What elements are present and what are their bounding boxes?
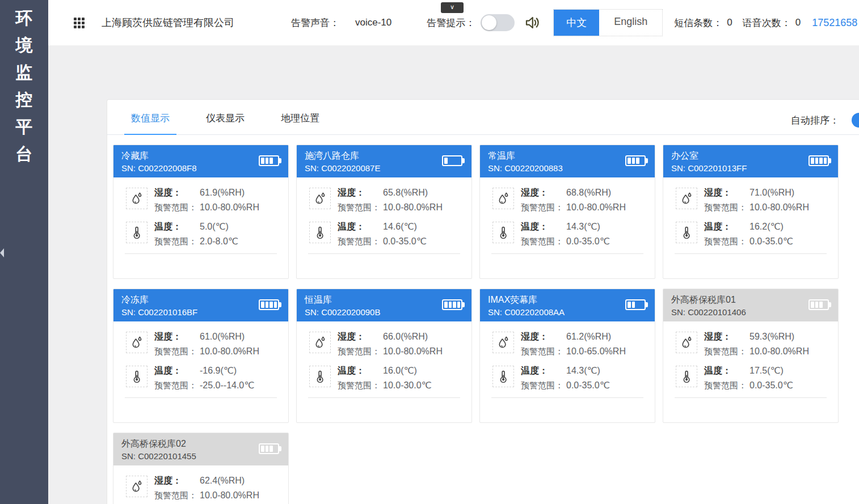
temperature-value: 16.0(℃) xyxy=(383,363,466,378)
temperature-text: 温度： 16.0(℃) 预警范围： 10.0-30.0℃ xyxy=(338,363,471,393)
humidity-icon xyxy=(492,332,514,353)
alarm-sound-select[interactable]: voice-10 xyxy=(355,17,391,28)
humidity-icon xyxy=(309,332,331,353)
card-sn: SN: C0022020090B xyxy=(305,306,464,319)
card-body: 湿度： 61.0(%RH) 预警范围： 10.0-80.0%RH xyxy=(113,321,288,398)
humidity-icon xyxy=(126,332,148,353)
humidity-row: 湿度： 61.2(%RH) 预警范围： 10.0-65.0%RH xyxy=(480,329,655,359)
tab-gauge-display[interactable]: 仪表显示 xyxy=(199,112,251,134)
card-header: 施湾八路仓库 SN: C0022020087E xyxy=(297,145,471,177)
card-title: 冷藏库 xyxy=(121,149,280,162)
sensor-card[interactable]: IMAX荧幕库 SN: C002202008AA 湿度： 61.2(%RH) xyxy=(479,289,655,423)
temperature-label: 温度： xyxy=(154,363,200,378)
temperature-range-label: 预警范围： xyxy=(338,378,383,393)
sensor-card[interactable]: 常温库 SN: C00220200883 湿度： 68.8(%RH) xyxy=(479,145,655,279)
temperature-text: 温度： 14.6(℃) 预警范围： 0.0-35.0℃ xyxy=(338,219,471,249)
speaker-icon[interactable] xyxy=(524,14,541,31)
humidity-label: 湿度： xyxy=(154,185,200,200)
auto-sort-toggle[interactable] xyxy=(852,113,859,128)
auto-sort-control: 自动排序： xyxy=(791,113,859,134)
temperature-row: 温度： 5.0(℃) 预警范围： 2.0-8.0℃ xyxy=(113,219,288,249)
voice-count-value: 0 xyxy=(795,17,801,28)
collapse-chevron-button[interactable]: ∨ xyxy=(441,2,464,13)
card-divider xyxy=(675,253,827,254)
card-title: 冷冻库 xyxy=(121,293,280,306)
humidity-range-label: 预警范围： xyxy=(704,200,749,215)
temperature-range-label: 预警范围： xyxy=(704,234,749,249)
temperature-row: 温度： 14.3(℃) 预警范围： 0.0-35.0℃ xyxy=(480,219,655,249)
tab-numeric-display[interactable]: 数值显示 xyxy=(124,112,176,134)
humidity-label: 湿度： xyxy=(154,473,200,488)
sensor-card[interactable]: 外高桥保税库02 SN: C00220101455 湿度： 62.4(%RH) xyxy=(113,433,289,504)
sensor-card[interactable]: 冷藏库 SN: C002202008F8 湿度： 61.9(%RH) xyxy=(113,145,289,279)
temperature-label: 温度： xyxy=(704,363,749,378)
humidity-label: 湿度： xyxy=(338,185,383,200)
battery-icon xyxy=(442,155,462,166)
humidity-value: 62.4(%RH) xyxy=(200,473,283,488)
card-divider xyxy=(308,253,460,254)
humidity-range-label: 预警范围： xyxy=(154,488,200,503)
temperature-range-label: 预警范围： xyxy=(704,378,749,393)
sensor-cards-grid: 冷藏库 SN: C002202008F8 湿度： 61.9(%RH) xyxy=(107,135,859,504)
sidebar-collapse-handle[interactable] xyxy=(0,248,4,257)
temperature-icon xyxy=(492,366,514,387)
card-divider xyxy=(491,397,643,398)
temperature-label: 温度： xyxy=(338,363,383,378)
card-body: 湿度： 61.9(%RH) 预警范围： 10.0-80.0%RH xyxy=(113,177,288,254)
temperature-range-label: 预警范围： xyxy=(521,378,566,393)
sidebar-title-char: 监 xyxy=(0,63,48,82)
temperature-range-label: 预警范围： xyxy=(154,234,200,249)
temperature-range-value: 0.0-35.0℃ xyxy=(566,234,649,249)
card-body: 湿度： 62.4(%RH) 预警范围： 10.0-80.0%RH xyxy=(113,465,288,504)
lang-en-button[interactable]: English xyxy=(599,10,662,36)
card-header: 办公室 SN: C002201013FF xyxy=(663,145,838,177)
humidity-row: 湿度： 61.0(%RH) 预警范围： 10.0-80.0%RH xyxy=(113,329,288,359)
humidity-range-label: 预警范围： xyxy=(338,344,383,359)
temperature-row: 温度： 17.5(℃) 预警范围： 0.0-35.0℃ xyxy=(663,363,838,393)
card-header: 外高桥保税库01 SN: C00220101406 xyxy=(663,289,838,321)
battery-icon xyxy=(259,155,279,166)
card-body: 湿度： 65.8(%RH) 预警范围： 10.0-80.0%RH xyxy=(297,177,471,254)
sensor-card[interactable]: 恒温库 SN: C0022020090B 湿度： 66.0(%RH) xyxy=(296,289,472,423)
battery-icon xyxy=(442,299,462,310)
lang-zh-button[interactable]: 中文 xyxy=(554,10,599,36)
temperature-range-value: 10.0-30.0℃ xyxy=(383,378,466,393)
temperature-value: 16.2(℃) xyxy=(749,219,832,234)
alarm-sound-label: 告警声音： xyxy=(291,16,339,29)
card-sn: SN: C00220101455 xyxy=(121,450,280,463)
humidity-value: 61.9(%RH) xyxy=(200,185,283,200)
battery-icon xyxy=(625,155,646,166)
humidity-text: 湿度： 61.2(%RH) 预警范围： 10.0-65.0%RH xyxy=(521,329,655,359)
alarm-tip-toggle[interactable] xyxy=(481,14,515,31)
sidebar-title-char: 平 xyxy=(0,118,48,136)
temperature-value: 14.3(℃) xyxy=(566,363,649,378)
humidity-range-value: 10.0-80.0%RH xyxy=(566,200,649,215)
phone-number-link[interactable]: 17521658 xyxy=(812,17,857,29)
battery-icon xyxy=(809,299,829,310)
temperature-row: 温度： 14.3(℃) 预警范围： 0.0-35.0℃ xyxy=(480,363,655,393)
humidity-value: 61.0(%RH) xyxy=(200,329,283,344)
humidity-range-value: 10.0-80.0%RH xyxy=(383,200,466,215)
humidity-text: 湿度： 68.8(%RH) 预警范围： 10.0-80.0%RH xyxy=(521,185,655,215)
humidity-label: 湿度： xyxy=(704,185,749,200)
card-divider xyxy=(125,397,277,398)
tab-geo-location[interactable]: 地理位置 xyxy=(274,112,326,134)
humidity-range-value: 10.0-80.0%RH xyxy=(749,344,832,359)
humidity-range-value: 10.0-80.0%RH xyxy=(383,344,466,359)
temperature-range-value: 0.0-35.0℃ xyxy=(383,234,466,249)
temperature-range-value: 0.0-35.0℃ xyxy=(749,234,832,249)
temperature-text: 温度： 16.2(℃) 预警范围： 0.0-35.0℃ xyxy=(704,219,838,249)
sensor-card[interactable]: 外高桥保税库01 SN: C00220101406 湿度： 59.3(%RH) xyxy=(663,289,839,423)
apps-menu-icon[interactable] xyxy=(74,18,85,28)
card-header: 冷藏库 SN: C002202008F8 xyxy=(113,145,288,177)
card-title: 办公室 xyxy=(671,149,830,162)
card-header: 外高桥保税库02 SN: C00220101455 xyxy=(113,433,288,465)
sensor-card[interactable]: 施湾八路仓库 SN: C0022020087E 湿度： 65.8(%RH) xyxy=(296,145,472,279)
card-title: IMAX荧幕库 xyxy=(488,293,647,306)
auto-sort-label: 自动排序： xyxy=(791,114,839,127)
humidity-text: 湿度： 61.9(%RH) 预警范围： 10.0-80.0%RH xyxy=(154,185,288,215)
sensor-card[interactable]: 办公室 SN: C002201013FF 湿度： 71.0(%RH) xyxy=(663,145,839,279)
card-body: 湿度： 71.0(%RH) 预警范围： 10.0-80.0%RH xyxy=(663,177,838,254)
card-sn: SN: C002201013FF xyxy=(671,162,830,175)
sensor-card[interactable]: 冷冻库 SN: C002201016BF 湿度： 61.0(%RH) xyxy=(113,289,289,423)
